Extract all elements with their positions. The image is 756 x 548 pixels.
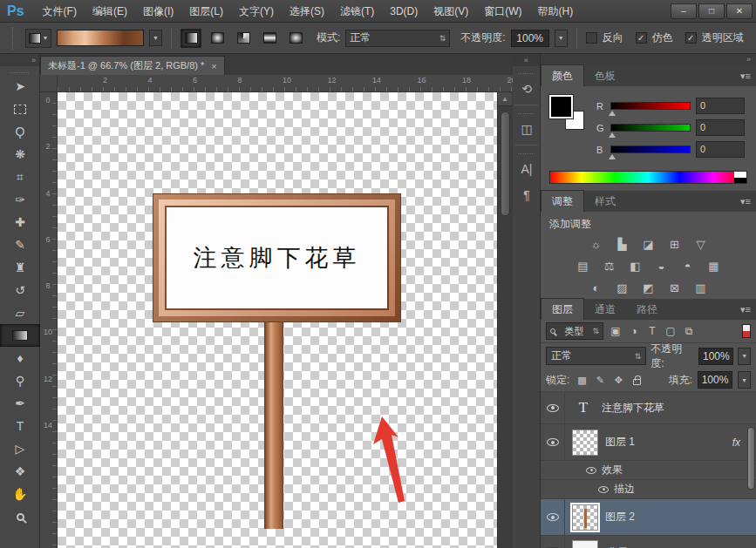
scroll-up-icon[interactable]: ▲ — [498, 92, 512, 106]
paragraph-panel-icon[interactable]: ¶ — [513, 182, 541, 208]
menu-item-1[interactable]: 编辑(E) — [85, 0, 135, 23]
tab-swatches[interactable]: 色板 — [584, 65, 626, 86]
panel-menu-icon[interactable]: ▾≡ — [740, 71, 751, 82]
red-slider[interactable] — [610, 102, 691, 110]
layer-row-background[interactable]: 背景 — [541, 536, 756, 548]
filter-adjustment-layers-icon[interactable]: ◑ — [626, 323, 642, 339]
type-tool[interactable]: T — [0, 415, 40, 437]
character-panel-icon[interactable]: A| — [513, 156, 541, 182]
layer-fill-dropdown[interactable]: ▼ — [738, 371, 751, 389]
linear-gradient-button[interactable] — [180, 29, 201, 48]
dock-expand-button[interactable]: « — [513, 54, 540, 66]
green-slider[interactable] — [610, 124, 691, 132]
menu-item-9[interactable]: 窗口(W) — [476, 0, 529, 23]
visibility-toggle[interactable] — [541, 424, 565, 460]
menu-item-8[interactable]: 视图(V) — [426, 0, 476, 23]
layer-filter-toggle[interactable] — [742, 324, 751, 338]
color-spectrum-bar[interactable] — [549, 171, 747, 184]
diamond-gradient-button[interactable] — [285, 29, 306, 48]
green-value-input[interactable]: 0 — [696, 119, 745, 136]
rectangular-marquee-tool[interactable] — [0, 98, 40, 120]
filter-shape-layers-icon[interactable]: ▢ — [663, 323, 678, 339]
lock-position-icon[interactable]: ✥ — [611, 373, 625, 387]
foreground-color-swatch[interactable] — [549, 95, 573, 118]
path-selection-tool[interactable]: ▷ — [0, 437, 40, 460]
canvas[interactable]: 注意脚下花草 — [58, 92, 497, 548]
layer-fill-value[interactable]: 100% — [698, 371, 732, 389]
lock-image-pixels-icon[interactable]: ✎ — [593, 373, 607, 387]
opacity-value[interactable]: 100% — [511, 30, 549, 47]
exposure-icon[interactable]: ⊞ — [664, 236, 686, 253]
opacity-dropdown-button[interactable]: ▼ — [555, 30, 568, 47]
pen-tool[interactable]: ✒ — [0, 392, 40, 415]
zoom-tool[interactable] — [0, 505, 40, 528]
black-white-icon[interactable]: ◧ — [624, 258, 647, 274]
eraser-tool[interactable]: ▱ — [0, 301, 40, 324]
stroke-effect-row[interactable]: 描边 — [541, 480, 756, 499]
history-panel-icon[interactable]: ⟲ — [513, 76, 541, 102]
menu-item-3[interactable]: 图层(L) — [181, 0, 231, 23]
visibility-toggle[interactable] — [541, 392, 565, 423]
maximize-button[interactable]: □ — [698, 3, 725, 19]
layer-row-layer2-selected[interactable]: 图层 2 — [541, 499, 756, 536]
layer-row-layer1[interactable]: 图层 1 fx ▲ — [541, 424, 756, 461]
blur-tool[interactable]: ♦ — [0, 347, 40, 369]
radial-gradient-button[interactable] — [207, 29, 228, 48]
layer-opacity-value[interactable]: 100% — [698, 348, 733, 365]
gradient-tool[interactable] — [0, 324, 40, 347]
menu-item-10[interactable]: 帮助(H) — [530, 0, 582, 23]
tab-paths[interactable]: 路径 — [626, 299, 668, 320]
close-icon[interactable]: × — [211, 61, 216, 71]
photo-filter-icon[interactable]: ◒ — [650, 258, 673, 274]
eyedropper-tool[interactable]: ✑ — [0, 188, 40, 211]
vibrance-icon[interactable]: ▽ — [690, 236, 712, 253]
panel-menu-icon[interactable]: ▾≡ — [740, 196, 751, 207]
visibility-toggle[interactable] — [541, 499, 565, 535]
close-button[interactable]: ✕ — [726, 3, 753, 19]
layer-opacity-dropdown[interactable]: ▼ — [738, 348, 751, 365]
visibility-toggle[interactable] — [541, 536, 565, 548]
brightness-contrast-icon[interactable]: ☼ — [585, 236, 608, 253]
lock-all-icon[interactable] — [630, 373, 644, 387]
menu-item-0[interactable]: 文件(F) — [35, 0, 85, 23]
eye-icon[interactable] — [598, 486, 609, 493]
reverse-checkbox[interactable] — [586, 32, 597, 44]
filter-pixel-layers-icon[interactable]: ▣ — [608, 323, 623, 339]
menu-item-2[interactable]: 图像(I) — [135, 0, 181, 23]
layers-scrollbar-thumb[interactable] — [747, 427, 755, 490]
filter-smart-objects-icon[interactable]: ⧉ — [681, 323, 697, 339]
curves-icon[interactable]: ◪ — [637, 236, 660, 253]
tab-styles[interactable]: 样式 — [584, 191, 626, 212]
threshold-icon[interactable]: ◩ — [637, 280, 660, 296]
menu-item-5[interactable]: 选择(S) — [282, 0, 332, 23]
eye-icon[interactable] — [586, 467, 596, 474]
toolbar-collapse-button[interactable]: » — [0, 54, 39, 66]
blue-slider[interactable] — [610, 145, 691, 153]
tab-color[interactable]: 颜色 — [541, 64, 584, 86]
dodge-tool[interactable]: ⚲ — [0, 369, 40, 392]
menu-item-6[interactable]: 滤镜(T) — [332, 0, 382, 23]
tool-preset-picker[interactable]: ▼ — [25, 29, 51, 48]
layer-filter-type-select[interactable]: 类型 ⇅ — [546, 322, 603, 340]
properties-panel-icon[interactable]: ◫ — [513, 116, 541, 142]
quick-selection-tool[interactable]: ❋ — [0, 143, 40, 166]
move-tool[interactable]: ➤ — [0, 75, 40, 98]
tab-channels[interactable]: 通道 — [584, 299, 626, 320]
panel-menu-icon[interactable]: ▾≡ — [740, 304, 751, 315]
color-balance-icon[interactable]: ⚖ — [598, 258, 621, 274]
levels-icon[interactable]: ▙ — [611, 236, 634, 253]
menu-item-7[interactable]: 3D(D) — [382, 0, 426, 23]
layer-row-text[interactable]: T 注意脚下花草 — [541, 392, 756, 424]
channel-mixer-icon[interactable]: ◓ — [677, 258, 699, 274]
layer-blend-mode-select[interactable]: 正常⇅ — [546, 347, 646, 365]
tab-adjustments[interactable]: 调整 — [541, 190, 584, 212]
reflected-gradient-button[interactable] — [259, 29, 280, 48]
angle-gradient-button[interactable] — [233, 29, 254, 48]
red-value-input[interactable]: 0 — [696, 98, 745, 114]
lock-transparent-pixels-icon[interactable]: ▩ — [575, 373, 589, 387]
blue-value-input[interactable]: 0 — [696, 141, 745, 158]
minimize-button[interactable]: – — [671, 3, 697, 19]
blend-mode-select[interactable]: 正常⇅ — [345, 30, 450, 47]
vertical-scrollbar[interactable]: ▲ — [497, 92, 513, 548]
selective-color-icon[interactable]: ⊠ — [664, 280, 686, 296]
